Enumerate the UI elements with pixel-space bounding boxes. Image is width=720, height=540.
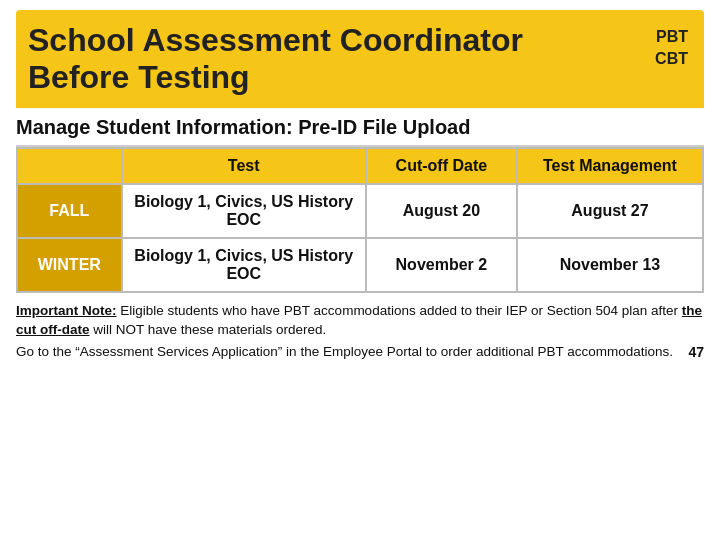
footer-note-part1: Eligible students who have PBT accommoda…	[117, 303, 682, 318]
table-row: FALL Biology 1, Civics, US History EOC A…	[17, 184, 703, 238]
winter-cutoff: November 2	[366, 238, 517, 292]
footer-note: Important Note: Eligible students who ha…	[16, 301, 704, 362]
col-header-cutoff: Cut-off Date	[366, 148, 517, 184]
fall-management: August 27	[517, 184, 703, 238]
footer-note-bold: Important Note:	[16, 303, 117, 318]
footer-bottom: Go to the “Assessment Services Applicati…	[16, 342, 704, 362]
table-header-row: Test Cut-off Date Test Management	[17, 148, 703, 184]
header: School Assessment Coordinator Before Tes…	[16, 10, 704, 108]
header-title: School Assessment Coordinator Before Tes…	[28, 22, 523, 96]
winter-management: November 13	[517, 238, 703, 292]
col-header-management: Test Management	[517, 148, 703, 184]
fall-test: Biology 1, Civics, US History EOC	[122, 184, 366, 238]
fall-season: FALL	[17, 184, 122, 238]
pre-id-table: Test Cut-off Date Test Management FALL B…	[16, 147, 704, 293]
winter-test: Biology 1, Civics, US History EOC	[122, 238, 366, 292]
col-header-test: Test	[122, 148, 366, 184]
table-row: WINTER Biology 1, Civics, US History EOC…	[17, 238, 703, 292]
header-badge-cbt: CBT	[655, 50, 688, 67]
fall-cutoff: August 20	[366, 184, 517, 238]
header-badge: PBT CBT	[655, 26, 688, 71]
winter-season: WINTER	[17, 238, 122, 292]
section-title: Manage Student Information: Pre-ID File …	[16, 108, 704, 147]
page-number: 47	[688, 342, 704, 362]
header-title-line2: Before Testing	[28, 59, 250, 95]
page: School Assessment Coordinator Before Tes…	[0, 0, 720, 540]
footer-note-part2: will NOT have these materials ordered.	[90, 322, 327, 337]
footer-note-line2: Go to the “Assessment Services Applicati…	[16, 342, 673, 362]
header-title-line1: School Assessment Coordinator	[28, 22, 523, 58]
header-badge-pbt: PBT	[656, 28, 688, 45]
col-header-season	[17, 148, 122, 184]
